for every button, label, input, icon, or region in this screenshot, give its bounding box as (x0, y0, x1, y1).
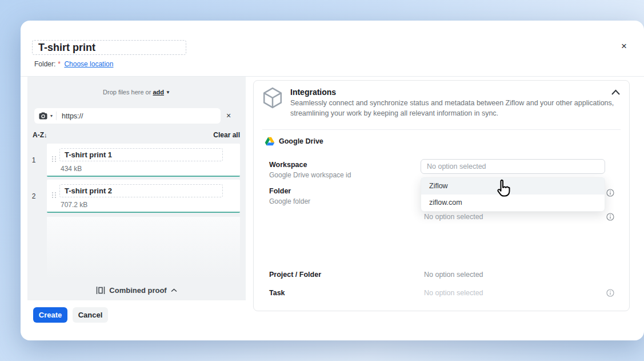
file-list-fade (47, 217, 240, 280)
info-icon[interactable] (606, 189, 614, 199)
info-icon[interactable] (606, 289, 614, 299)
folder-location-row: Folder:* Choose location (34, 60, 113, 68)
task-label: Task (269, 289, 285, 297)
combined-proof-label: Combined proof (109, 286, 166, 295)
clear-all-button[interactable]: Clear all (213, 131, 240, 139)
folder-field-label: Folder (269, 187, 291, 195)
file-size: 434 kB (61, 165, 82, 173)
drop-files-text: Drop files here or (103, 89, 151, 96)
create-button[interactable]: Create (33, 307, 67, 323)
integrations-card: Integrations Seamlessly connect and sync… (253, 80, 630, 311)
url-clear-icon[interactable]: × (223, 110, 234, 121)
project-folder-label: Project / Folder (269, 271, 321, 279)
create-proof-dialog: T-shirt print × Folder:* Choose location… (21, 21, 644, 340)
collapse-chevron-up-icon[interactable] (611, 88, 621, 98)
drop-files-row[interactable]: Drop files here or add▼ (27, 89, 246, 96)
add-caret-icon: ▼ (166, 90, 170, 95)
file-name-input[interactable]: T-shirt print 1 (59, 148, 223, 161)
url-type-caret-icon[interactable]: ▾ (50, 113, 53, 118)
combined-proof-icon (96, 286, 105, 295)
integrations-cube-icon (262, 87, 283, 111)
url-value[interactable]: https:// (62, 112, 83, 120)
camera-icon (39, 112, 47, 120)
integrations-title: Integrations (290, 88, 336, 97)
google-drive-icon (265, 137, 275, 146)
sort-arrow-icon: ↓ (44, 132, 47, 138)
google-drive-label: Google Drive (279, 137, 323, 145)
close-icon[interactable]: × (618, 40, 630, 53)
integrations-divider (262, 129, 621, 130)
integrations-description: Seamlessly connect and synchronize statu… (290, 98, 617, 119)
choose-location-link[interactable]: Choose location (64, 60, 113, 68)
proof-title-input[interactable]: T-shirt print (32, 40, 186, 55)
url-input[interactable]: ▾ https:// (34, 108, 221, 124)
workspace-select[interactable]: No option selected (421, 159, 605, 174)
required-asterisk: * (58, 60, 61, 68)
file-card[interactable]: T-shirt print 1 434 kB (47, 144, 240, 177)
file-card[interactable]: T-shirt print 2 707.2 kB (47, 180, 240, 213)
file-name-input[interactable]: T-shirt print 2 (59, 184, 223, 197)
google-drive-row: Google Drive (265, 137, 323, 146)
folder-label: Folder: (34, 60, 55, 68)
hand-cursor-icon (494, 178, 513, 203)
drag-handle-icon[interactable] (52, 192, 56, 200)
sort-toggle[interactable]: A-Z↓ (33, 131, 47, 139)
workspace-sublabel: Google Drive workspace id (269, 171, 351, 179)
file-size: 707.2 kB (61, 201, 87, 209)
cancel-button[interactable]: Cancel (73, 307, 108, 323)
add-files-link[interactable]: add (153, 89, 164, 96)
folder-field-value[interactable]: No option selected (424, 213, 483, 221)
file-index: 1 (30, 156, 38, 164)
workspace-label: Workspace (269, 161, 307, 169)
file-upload-panel: Drop files here or add▼ ▾ https:// × A-Z… (27, 77, 246, 300)
info-icon[interactable] (606, 213, 614, 223)
folder-field-sublabel: Google folder (269, 197, 310, 205)
combined-proof-toggle[interactable]: Combined proof (27, 280, 246, 300)
chevron-up-icon (171, 288, 177, 292)
url-divider (56, 112, 57, 120)
sort-row: A-Z↓ Clear all (33, 131, 240, 139)
file-index: 2 (30, 192, 38, 200)
drag-handle-icon[interactable] (52, 156, 56, 164)
task-value[interactable]: No option selected (424, 289, 483, 297)
project-folder-value[interactable]: No option selected (424, 271, 483, 279)
